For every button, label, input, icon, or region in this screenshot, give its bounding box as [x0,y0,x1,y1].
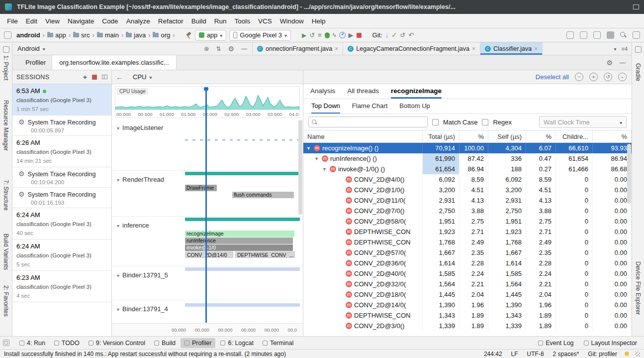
analysis-tab-recognizeimage[interactable]: recognizeImage [391,84,442,99]
toolwindow-button-todo[interactable]: TODO [50,338,84,348]
profiler-minimize-icon[interactable] [620,59,626,66]
chevron-down-icon[interactable] [43,45,45,52]
device-dropdown[interactable]: Google Pixel 3 [229,30,291,41]
toolwindow-button-profiler[interactable]: Profiler [181,338,216,348]
breadcrumb-main[interactable]: main [97,31,119,39]
session-item[interactable]: 6:53 AMclassification (Google Pixel 3)1 … [12,84,111,116]
menu-refactor[interactable]: Refactor [154,15,187,27]
deselect-all-link[interactable]: Deselect all [536,73,569,81]
stripe-item-gradle[interactable]: Gradle [635,63,642,81]
menu-window[interactable]: Window [276,15,308,27]
profile-badge-icon[interactable] [633,31,640,39]
hidden-tabs-count-icon[interactable]: ≡4 [621,46,628,52]
recording-item[interactable]: System Trace Recording00:00:05.897 [12,116,111,136]
subtab-bottom-up[interactable]: Bottom Up [399,99,430,114]
calltree-row[interactable]: ▼minvoke@-1/0() ()61,65486.941880.2761,4… [303,164,632,174]
session-item[interactable]: 6:26 AMclassification (Google Pixel 3)14… [12,136,111,167]
project-window-icon[interactable] [4,31,11,39]
table-scrollbar[interactable] [627,144,631,204]
run-config-dropdown[interactable]: app [195,30,227,41]
calltree-row[interactable]: ▼mrunInference() ()61,99087.423360.4761,… [303,153,632,164]
expanded-arrow-icon[interactable]: ▼ [322,167,328,172]
project-view-selector[interactable]: Android [17,45,40,52]
toolwindow-button-layout-inspector[interactable]: Layout Inspector [580,338,641,348]
zoom-to-selection-icon[interactable] [618,73,627,81]
menu-code[interactable]: Code [98,15,122,27]
calltree-row[interactable]: mCONV_2D@18/0(1,4452.041,4452.0400.00 [303,289,632,300]
toolwindow-button-9-version-control[interactable]: 9: Version Control [85,338,149,348]
project-stripe-icon[interactable] [3,46,9,53]
editor-tab[interactable]: CClassifier.java [480,42,543,55]
expanded-arrow-icon[interactable]: ▼ [314,156,320,161]
search-input[interactable] [320,119,424,125]
menu-view[interactable]: View [41,15,64,27]
profile-button[interactable] [339,32,346,38]
stripe-item--project[interactable]: 1: Project [2,55,9,81]
calltree-row[interactable]: mDEPTHWISE_CON1,7682.491,7682.4900.00 [303,237,632,247]
menu-navigate[interactable]: Navigate [64,15,98,27]
analysis-tab-all-threads[interactable]: All threads [347,84,379,99]
attach-debugger-icon[interactable]: ▶ [349,32,354,38]
recording-item[interactable]: System Trace Recording00:01:16.193 [12,188,111,208]
cpu-usage-chart[interactable]: CPU Usage 00.00000.50001.00001.50002.000… [115,86,300,118]
collapse-thread-icon[interactable] [117,222,119,229]
trace-span[interactable]: DEPTHWISE_CONV_... [235,251,295,258]
trace-span[interactable]: invoke@-1/0 [185,244,293,251]
regex-checkbox[interactable] [482,119,488,125]
locate-file-icon[interactable]: ⊕ [204,45,209,52]
lightning-icon[interactable]: ϟ [333,32,336,38]
column-header-4[interactable]: % [526,130,556,142]
git-rollback-icon[interactable]: ↶ [408,32,414,38]
clock-type-dropdown[interactable]: Wall Clock Time [539,116,627,128]
breadcrumb-java[interactable]: java [126,31,146,39]
sdk-manager-icon[interactable] [607,31,614,39]
toolwindow-button-event-log[interactable]: Event Log [534,338,577,348]
calltree-row[interactable]: mCONV_2D@14/0(1,3901.961,3901.9600.00 [303,300,632,310]
column-header-1[interactable]: Total (µs) [423,130,460,142]
thread-row-binder5[interactable]: Binder:13791_5 [112,266,303,300]
thread-row-binder4[interactable]: Binder:13791_4 [112,300,303,323]
avd-manager-icon[interactable] [580,31,587,39]
apply-changes-icon[interactable]: ↺ [309,32,315,38]
git-history-icon[interactable]: ↺ [400,32,405,38]
add-session-icon[interactable] [83,73,87,81]
menu-analyze[interactable]: Analyze [122,15,154,27]
window-controls-icon[interactable] [633,4,639,9]
profiler-settings-icon[interactable] [606,59,613,67]
close-tab-icon[interactable] [335,45,338,52]
collapse-sessions-icon[interactable] [102,75,107,79]
collapse-thread-icon[interactable] [117,176,119,183]
stripe-item--structure[interactable]: 7: Structure [2,180,9,211]
collapse-thread-icon[interactable] [117,271,119,279]
threads-scrollbar[interactable] [298,120,302,215]
toolwindow-button-terminal[interactable]: Terminal [259,338,297,348]
close-tab-icon[interactable] [472,45,475,52]
git-branch[interactable]: Git: profiler [583,351,622,358]
column-header-0[interactable]: Name [303,130,423,142]
file-encoding[interactable]: UTF-8 [523,351,549,358]
device-manager-icon[interactable] [566,31,574,39]
trace-span[interactable]: recognizeImage [185,231,294,237]
collapse-thread-icon[interactable] [117,124,119,131]
toolwindow-button-6-logcat[interactable]: 6: Logcat [216,338,257,348]
status-message[interactable]: Install successfully finished in 140 ms.… [4,351,479,358]
git-update-icon[interactable]: ↓ [385,32,389,38]
breadcrumb-src[interactable]: src [73,31,90,39]
breadcrumb-app[interactable]: app [47,31,66,39]
trace-span[interactable]: runInference [185,238,293,244]
gradle-stripe-icon[interactable] [635,46,642,53]
stripe-item-resource-manager[interactable]: Resource Manager [2,100,9,151]
session-item[interactable]: 6:23 AMclassification (Google Pixel 3)4 … [12,271,111,302]
close-tab-icon[interactable] [534,45,538,52]
column-header-3[interactable]: Self (µs) [488,130,526,142]
calltree-row[interactable]: mCONV_2D@58/0(1,9512.751,9512.7500.00 [303,216,632,227]
stop-session-icon[interactable] [92,75,97,80]
calltree-row[interactable]: mDEPTHWISE_CON1,9232.711,9232.7100.00 [303,227,632,237]
toolwindow-button-build[interactable]: Build [150,338,180,348]
hide-panel-icon[interactable] [241,45,247,52]
project-settings-icon[interactable] [228,45,234,53]
tab-list-chevron-icon[interactable] [614,46,616,52]
thread-row-renderthread[interactable]: RenderThread DrawFrame flush commands [112,171,303,217]
caret-position[interactable]: 244:42 [479,351,507,358]
tool-window-switcher-icon[interactable] [3,340,9,346]
